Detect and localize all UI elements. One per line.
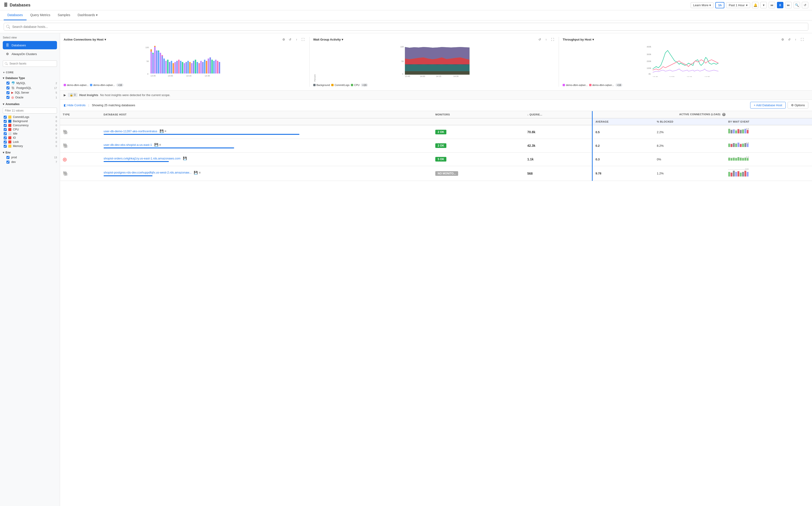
wait-export-icon[interactable]: ↑	[543, 37, 549, 42]
active-connections-legend: demo-dbm-sqlser... demo-dbm-sqlser... +1…	[64, 83, 306, 87]
cell-queries-4: 568	[525, 166, 592, 181]
legend-plus-badge-1[interactable]: +16	[116, 83, 123, 87]
checkbox-background[interactable]	[4, 120, 7, 123]
throughput-export-icon[interactable]: ↑	[793, 37, 798, 42]
throughput-settings-icon[interactable]: ⚙	[780, 37, 785, 42]
monitor-icon-1[interactable]: 💾	[160, 129, 163, 133]
wait-refresh-icon[interactable]: ↺	[537, 37, 542, 42]
blocked-val-1: 2.2%	[657, 131, 664, 134]
host-name-3[interactable]: shopist-orders.cviighkaj1ry.us-east-1.rd…	[104, 157, 181, 160]
checkbox-idle[interactable]	[4, 132, 7, 135]
core-section-header[interactable]: ▾ CORE	[3, 70, 57, 75]
config-icon-2[interactable]: ≡	[159, 143, 161, 147]
avg-val-4: 9.78	[595, 172, 601, 175]
add-db-label: + Add Database Host	[754, 103, 782, 107]
help-icon[interactable]: ?	[722, 113, 726, 116]
throughput-plus-badge[interactable]: +16	[615, 83, 623, 87]
filter-section-title-database-type[interactable]: ▾ Database Type	[3, 76, 57, 81]
learn-more-button[interactable]: Learn More ▾	[691, 2, 714, 8]
checkbox-cpu[interactable]	[4, 128, 7, 131]
monitor-badge-4[interactable]: NO MONITO...	[435, 171, 458, 176]
hide-controls-button[interactable]: ◧ Hide Controls	[64, 103, 85, 107]
svg-text:13:45: 13:45	[150, 75, 156, 77]
sidebar-item-alwayson[interactable]: ⚙ AlwaysOn Clusters	[3, 50, 57, 58]
sidebar: Select view 🗄 Databases ⚙ AlwaysOn Clust…	[0, 33, 60, 506]
anomaly-commitlogs: 🟨 Commit/Logs 0	[3, 115, 57, 119]
queries-val-2: 42.3k	[527, 144, 535, 148]
forward-button[interactable]: ⏭	[785, 2, 792, 8]
checkbox-sqlserver[interactable]	[6, 91, 9, 94]
expand-icon[interactable]: ⛶	[300, 37, 306, 42]
svg-rect-69	[735, 131, 737, 134]
refresh-button[interactable]: ↺	[802, 2, 808, 8]
checkbox-io[interactable]	[4, 137, 7, 140]
monitor-icon-4[interactable]: 💾	[194, 171, 198, 174]
monitor-icon-3[interactable]: 💾	[183, 157, 187, 160]
filter-section-title-env[interactable]: ▾ Env	[3, 150, 57, 155]
postgresql-icon: 🐘	[11, 86, 15, 90]
time-range-selector[interactable]: Past 1 Hour ▾	[726, 2, 750, 8]
env-label: Env	[6, 151, 11, 154]
config-icon-4[interactable]: ≡	[199, 171, 200, 174]
app-title: 🗄 Databases	[4, 3, 688, 8]
settings-icon[interactable]: ⚙	[281, 37, 286, 42]
host-name-1[interactable]: user-db-demo-11287-aks-northcentralus	[104, 130, 157, 133]
wait-group-plus-badge[interactable]: +16	[361, 83, 368, 87]
config-icon-1[interactable]: ≡	[164, 129, 166, 133]
throughput-chevron[interactable]: ▾	[592, 38, 594, 41]
svg-text:14:30: 14:30	[453, 75, 459, 77]
checkbox-postgresql[interactable]	[6, 86, 9, 89]
export-icon[interactable]: ↑	[294, 37, 299, 42]
cell-host-4: shopist-postgres-rds-dev.ccehuppdfqfx.us…	[101, 166, 432, 181]
time-range-label: Past 1 Hour	[729, 3, 745, 7]
sidebar-item-databases[interactable]: 🗄 Databases	[3, 41, 57, 49]
svg-rect-41	[211, 60, 213, 74]
throughput-refresh-icon[interactable]: ↺	[787, 37, 792, 42]
monitor-icon-2[interactable]: 💾	[154, 143, 158, 147]
core-label: CORE	[6, 71, 14, 74]
throughput-expand-icon[interactable]: ⛶	[800, 37, 805, 42]
col-queries[interactable]: ↓ QUERIE...	[525, 111, 592, 118]
pause-button[interactable]: ⏸	[777, 2, 784, 8]
checkbox-oracle[interactable]	[6, 96, 9, 99]
host-name-4[interactable]: shopist-postgres-rds-dev.ccehuppdfqfx.us…	[104, 171, 192, 174]
wait-group-chevron[interactable]: ▾	[342, 38, 343, 41]
checkbox-commitlogs[interactable]	[4, 116, 7, 119]
monitor-badge-3[interactable]: 5 OK	[435, 157, 447, 162]
search-facets-input[interactable]	[3, 60, 57, 67]
rewind-button[interactable]: ⏮	[769, 2, 775, 8]
checkbox-dev[interactable]	[6, 161, 9, 164]
checkbox-memory[interactable]	[4, 145, 7, 148]
monitor-badge-2[interactable]: 2 OK	[435, 143, 447, 148]
host-icons-2: 💾 ≡	[154, 143, 161, 147]
options-button[interactable]: ⚙ Options	[788, 102, 808, 108]
bell-button[interactable]: 🔔	[752, 2, 758, 8]
search-input[interactable]	[4, 23, 808, 31]
insights-expand-icon[interactable]: ▶	[64, 93, 66, 97]
host-name-2[interactable]: user-db-dev-eks-shopist-a-us-east-1	[104, 143, 152, 147]
cell-monitors-1: 2 OK	[432, 125, 524, 139]
checkbox-prod[interactable]	[6, 156, 9, 159]
anomaly-search-input[interactable]	[3, 108, 57, 113]
activity-bar-4	[104, 175, 152, 176]
tab-dashboards[interactable]: Dashboards ▾	[74, 10, 102, 20]
tab-samples[interactable]: Samples	[54, 10, 74, 20]
checkbox-lock[interactable]	[4, 141, 7, 144]
svg-rect-105	[742, 172, 744, 176]
concurrency-icon: 🟥	[8, 124, 11, 127]
tab-databases[interactable]: Databases	[4, 10, 26, 20]
tab-query-metrics[interactable]: Query Metrics	[26, 10, 54, 20]
cell-queries-1: 70.8k	[525, 125, 592, 139]
monitor-badge-1[interactable]: 2 OK	[435, 130, 447, 134]
wait-expand-icon[interactable]: ⛶	[550, 37, 555, 42]
1h-button[interactable]: 1h	[715, 2, 724, 8]
refresh-chart-icon[interactable]: ↺	[288, 37, 293, 42]
search-zoom-button[interactable]: 🔍	[794, 2, 800, 8]
checkbox-concurrency[interactable]	[4, 124, 7, 127]
checkbox-mysql[interactable]	[6, 82, 9, 85]
add-database-host-button[interactable]: + Add Database Host	[750, 102, 786, 108]
active-connections-chevron[interactable]: ▾	[105, 38, 106, 41]
filter-section-title-anomalies[interactable]: ▾ Anomalies	[3, 102, 57, 107]
chevron-down-button[interactable]: ▾	[760, 2, 767, 8]
percent-label: Percent	[313, 45, 316, 82]
